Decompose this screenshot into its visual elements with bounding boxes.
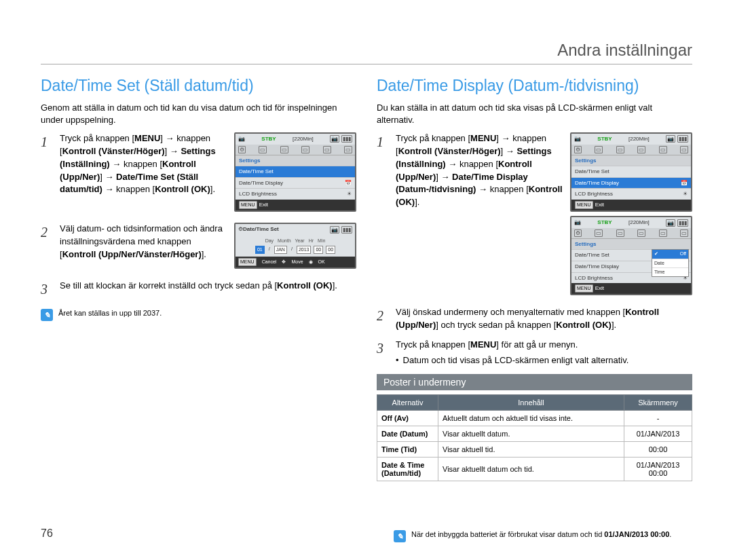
r-step-2-text: Välj önskad undermeny och menyalternativ…	[396, 306, 692, 332]
step-1-text: Tryck på knappen [MENU] → knappen [Kontr…	[60, 132, 227, 196]
step-number: 2	[377, 306, 389, 332]
step-number: 3	[377, 339, 389, 367]
lcd-menu-settings: 📷 STBY [220Min] 📷▮▮▮ ⚙▭▭▭▭▭ Settings Dat…	[234, 132, 356, 212]
r-step-1-text: Tryck på knappen [MENU] → knappen [Kontr…	[396, 132, 563, 209]
cell-display: -	[624, 410, 692, 426]
step-number: 1	[41, 132, 53, 216]
th-alternativ: Alternativ	[377, 394, 438, 410]
th-innehall: Innehåll	[438, 394, 624, 410]
cell-opt: Time (Tid)	[377, 441, 438, 457]
right-column: Date/Time Display (Datum-/tidvisning) Du…	[377, 77, 692, 481]
cell-content: Visar aktuell tid.	[438, 441, 624, 457]
cell-display: 01/JAN/2013	[624, 426, 692, 441]
step-number: 2	[41, 223, 53, 273]
cell-opt: Off (Av)	[377, 410, 438, 426]
cell-content: Visar aktuellt datum.	[438, 426, 624, 441]
th-skarmmeny: Skärmmeny	[624, 394, 692, 410]
lcd-submenu-display: 📷STBY [220Min] 📷▮▮▮ ⚙▭▭▭▭▭ Settings Date…	[570, 216, 692, 295]
bottom-note: ✎ När det inbyggda batteriet är förbruka…	[394, 530, 692, 542]
left-column: Date/Time Set (Ställ datum/tid) Genom at…	[41, 77, 356, 481]
cell-opt: Date (Datum)	[377, 426, 438, 441]
page-header: Andra inställningar	[41, 41, 692, 64]
cell-display: 00:00	[624, 441, 692, 457]
left-note-text: Året kan ställas in upp till 2037.	[58, 309, 162, 317]
cell-opt: Date & Time (Datum/tid)	[377, 457, 438, 481]
step-3-text: Se till att klockan är korrekt inställd …	[60, 280, 356, 299]
page-number: 76	[41, 527, 53, 540]
left-heading: Date/Time Set (Ställ datum/tid)	[41, 77, 356, 95]
step-2-text: Välj datum- och tidsinformation och ändr…	[60, 223, 227, 261]
step-number: 1	[377, 132, 389, 299]
note-icon: ✎	[41, 309, 53, 321]
right-heading: Date/Time Display (Datum-/tidvisning)	[377, 77, 692, 95]
cell-display: 01/JAN/201300:00	[624, 457, 692, 481]
lcd-datetime-editor: ⚙ Date/Time Set 📷▮▮▮ DayMonthYearHrMin 0…	[234, 223, 356, 269]
cell-content: Aktuellt datum och aktuell tid visas int…	[438, 410, 624, 426]
left-intro: Genom att ställa in datum och tid kan du…	[41, 102, 356, 126]
note-icon: ✎	[394, 530, 406, 542]
options-table: Alternativ Innehåll Skärmmeny Off (Av) A…	[377, 394, 692, 481]
cell-content: Visar aktuellt datum och tid.	[438, 457, 624, 481]
right-intro: Du kan ställa in att datum och tid ska v…	[377, 102, 692, 126]
r-step-3-text: Tryck på knappen [MENU] för att gå ur me…	[396, 339, 692, 367]
lcd-menu-settings-2: 📷STBY [220Min] 📷▮▮▮ ⚙▭▭▭▭▭ Settings Date…	[570, 132, 692, 212]
step-number: 3	[41, 280, 53, 299]
submenu-heading: Poster i undermeny	[377, 374, 692, 390]
